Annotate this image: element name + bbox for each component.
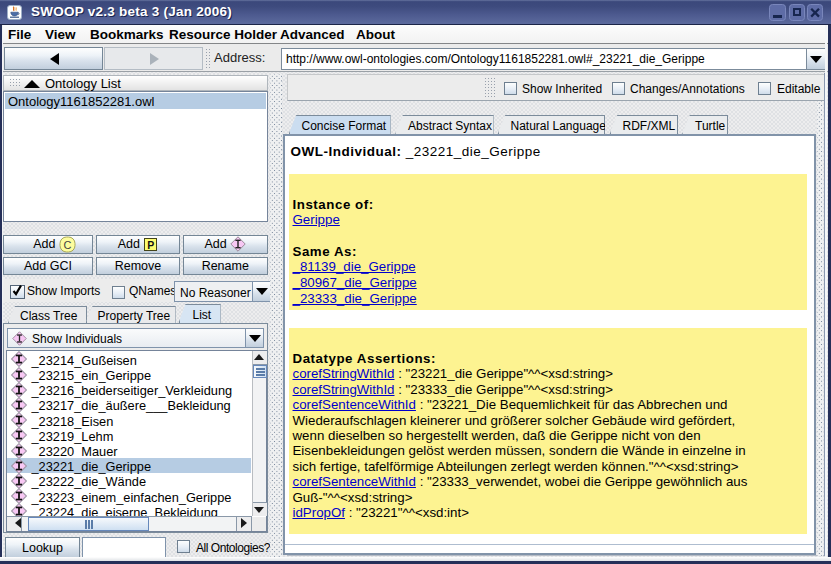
svg-text:P: P (148, 238, 155, 250)
svg-text:C: C (63, 238, 71, 250)
